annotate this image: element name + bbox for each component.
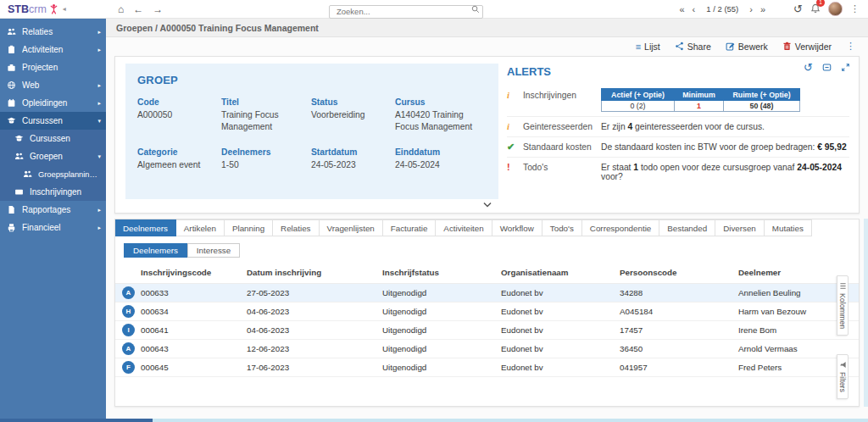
back-icon[interactable]: ←: [133, 4, 143, 14]
sidebar-item-groepsplanningsregels[interactable]: Groepsplanningsregels: [0, 165, 106, 183]
chevron-right-icon: ▸: [97, 29, 101, 36]
sidebar-item-rapportages[interactable]: Rapportages ▸: [0, 201, 106, 219]
table-row[interactable]: A 000633 27-05-2023 Uitgenodigd Eudonet …: [115, 284, 859, 303]
tab-activiteiten[interactable]: Activiteiten: [436, 219, 492, 236]
sidebar-item-label: Rapportages: [22, 205, 92, 214]
chevron-right-icon: ▸: [97, 82, 101, 89]
cell-org: Eudonet bv: [501, 288, 620, 297]
table-row[interactable]: I 000641 04-06-2023 Uitgenodigd Eudonet …: [115, 321, 859, 340]
record-pagination: 1 / 2 (55): [706, 4, 738, 14]
topbar-menu-icon[interactable]: ⋮: [850, 3, 860, 14]
panel-collapse-chevron-icon[interactable]: [482, 197, 492, 212]
alert-label: Standaard kosten: [523, 142, 601, 152]
sidebar-item-projecten[interactable]: Projecten: [0, 58, 106, 76]
globe-icon: [7, 81, 17, 90]
sidebar-item-groepen[interactable]: Groepen ▾: [0, 147, 106, 165]
sidebar-item-opleidingen[interactable]: Opleidingen ▸: [0, 94, 106, 112]
forward-icon[interactable]: →: [153, 4, 163, 14]
cell-status: Uitgenodigd: [382, 325, 501, 335]
tab-bestanded[interactable]: Bestanded: [659, 219, 715, 236]
sidebar-item-label: Opleidingen: [22, 98, 92, 108]
alert-label: Inschrijvingen: [523, 90, 601, 100]
record-action-bar: ≡ Lijst Share Bewerk Verwijder ⋮: [106, 37, 868, 55]
lijst-button[interactable]: ≡ Lijst: [636, 42, 660, 52]
cell-status: Uitgenodigd: [382, 288, 501, 297]
course-icon: [7, 116, 17, 125]
layout-icon[interactable]: [822, 63, 832, 72]
chevron-right-icon: ▸: [97, 47, 101, 53]
cell-datum: 04-06-2023: [247, 307, 382, 316]
sidebar-item-inschrijvingen[interactable]: Inschrijvingen: [0, 183, 106, 201]
chevron-down-icon: ▾: [97, 153, 101, 160]
refresh-icon[interactable]: ↺: [804, 62, 813, 73]
vertical-scrollbar[interactable]: [864, 219, 868, 407]
tab-diversen[interactable]: Diversen: [715, 219, 765, 236]
verwijder-button[interactable]: Verwijder: [782, 42, 832, 52]
subtab-deelnemers[interactable]: Deelnemers: [124, 243, 187, 258]
cell-status: Uitgenodigd: [382, 307, 501, 316]
share-icon: [675, 42, 684, 51]
tab-relaties[interactable]: Relaties: [273, 219, 319, 236]
table-row[interactable]: A 000643 12-06-2023 Uitgenodigd Eudonet …: [115, 340, 859, 358]
tab-vragenlijsten[interactable]: Vragenlijsten: [320, 219, 383, 236]
subtab-interesse[interactable]: Interesse: [187, 243, 240, 258]
home-icon[interactable]: ⌂: [118, 4, 124, 14]
cell-datum: 04-06-2023: [247, 325, 382, 335]
sidebar-item-label: Financieel: [22, 223, 92, 232]
next-record-button[interactable]: ›: [749, 4, 753, 14]
kolommen-tab[interactable]: Kolommen: [837, 275, 849, 336]
history-icon[interactable]: ↺: [793, 3, 803, 15]
tab-correspondentie[interactable]: Correspondentie: [582, 219, 659, 236]
alert-text: Er staat 1 todo open voor deze cursusgro…: [601, 162, 849, 181]
sidebar-item-cursussen[interactable]: Cursussen ▾: [0, 112, 106, 130]
share-button[interactable]: Share: [675, 42, 711, 52]
sidebar-item-cursussen-sub[interactable]: Cursussen: [0, 130, 106, 147]
user-avatar[interactable]: [828, 2, 843, 16]
tab-planning[interactable]: Planning: [225, 219, 273, 236]
verwijder-label: Verwijder: [795, 42, 832, 52]
tab-facturatie[interactable]: Facturatie: [383, 219, 437, 236]
tab-deelnemers[interactable]: Deelnemers: [115, 219, 176, 236]
field-cursus: CursusA140420 Training Focus Management: [395, 97, 488, 133]
col-datum-inschrijving[interactable]: Datum inschrijving: [247, 268, 382, 277]
first-record-button[interactable]: «: [679, 4, 684, 14]
expand-icon[interactable]: [841, 63, 850, 72]
last-record-button[interactable]: »: [760, 4, 765, 14]
notifications-button[interactable]: 1: [810, 2, 821, 17]
col-persoonscode[interactable]: Persoonscode: [620, 268, 738, 277]
bewerk-button[interactable]: Bewerk: [726, 42, 768, 52]
sidebar-item-financieel[interactable]: Financieel ▸: [0, 219, 106, 236]
search-input[interactable]: [329, 5, 483, 19]
kolommen-label: Kolommen: [838, 293, 847, 329]
col-inschrijvingscode[interactable]: Inschrijvingscode: [141, 268, 247, 277]
table-row[interactable]: F 000645 17-06-2023 Uitgenodigd Eudonet …: [115, 358, 859, 377]
val-ruimte: 50 (48): [724, 101, 800, 112]
cell-status: Uitgenodigd: [382, 344, 501, 353]
calendar-icon: [7, 98, 17, 108]
table-row[interactable]: H 000634 04-06-2023 Uitgenodigd Eudonet …: [115, 303, 859, 321]
cell-org: Eudonet bv: [501, 344, 620, 353]
more-actions-icon[interactable]: ⋮: [846, 41, 855, 52]
sidebar-item-web[interactable]: Web ▸: [0, 76, 106, 94]
tab-todos[interactable]: Todo's: [542, 219, 582, 236]
finance-icon: [7, 223, 17, 232]
notification-badge: 1: [816, 0, 825, 7]
tab-workflow[interactable]: Workflow: [492, 219, 542, 236]
sidebar-nav: Relaties ▸ Activiteiten ▸ Projecten Web …: [0, 19, 106, 419]
previous-record-button[interactable]: ‹: [693, 4, 696, 14]
sidebar-item-label: Inschrijvingen: [30, 187, 101, 197]
breadcrumb[interactable]: Groepen / A000050 Training Focus Managem…: [106, 19, 868, 37]
filters-tab[interactable]: Filters: [837, 354, 849, 399]
course-icon: [14, 134, 25, 143]
sidebar-item-activiteiten[interactable]: Activiteiten ▸: [0, 41, 106, 58]
breadcrumb-text: Groepen / A000050 Training Focus Managem…: [116, 23, 319, 33]
sidebar-collapse-toggle[interactable]: ◂: [63, 5, 66, 13]
alert-text: De standaard kosten inc BTW voor de groe…: [601, 142, 849, 152]
sidebar-item-label: Web: [22, 81, 92, 90]
sidebar-item-relaties[interactable]: Relaties ▸: [0, 23, 106, 41]
col-inschrijfstatus[interactable]: Inschrijfstatus: [382, 268, 501, 277]
col-organisatienaam[interactable]: Organisatienaam: [501, 268, 620, 277]
cell-code: 000641: [141, 325, 247, 335]
tab-artikelen[interactable]: Artikelen: [176, 219, 225, 236]
tab-mutaties[interactable]: Mutaties: [765, 219, 812, 236]
